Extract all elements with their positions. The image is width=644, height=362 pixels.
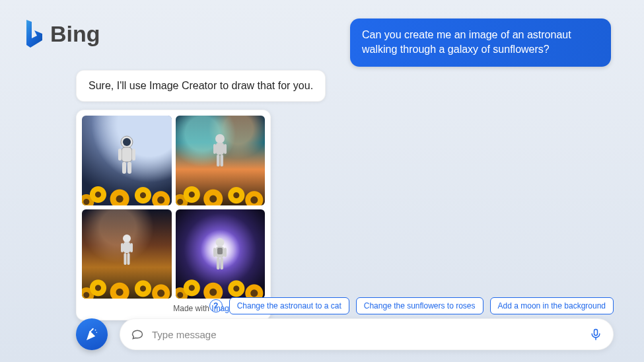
svg-rect-12 bbox=[221, 155, 224, 166]
suggestion-row: ? Change the astronaut to a cat Change t… bbox=[209, 297, 614, 314]
svg-rect-14 bbox=[124, 242, 130, 253]
message-input-container bbox=[120, 318, 614, 350]
svg-point-13 bbox=[123, 235, 131, 242]
svg-rect-10 bbox=[224, 144, 227, 154]
assistant-message-text: Sure, I'll use Image Creator to draw tha… bbox=[89, 80, 313, 91]
generated-image-3[interactable] bbox=[82, 209, 172, 299]
svg-rect-16 bbox=[130, 243, 133, 252]
bing-logo-icon bbox=[22, 18, 45, 49]
svg-rect-3 bbox=[118, 149, 122, 161]
svg-point-26 bbox=[95, 330, 96, 331]
image-grid bbox=[82, 116, 265, 299]
suggestion-chip-1[interactable]: Change the astronaut to a cat bbox=[229, 297, 349, 314]
image-results-card: Made with Image Creator bbox=[76, 110, 271, 320]
attribution-prefix: Made with bbox=[173, 304, 211, 313]
user-message-bubble: Can you create me an image of an astrona… bbox=[350, 18, 611, 67]
chat-icon bbox=[131, 328, 144, 341]
generated-image-1[interactable] bbox=[82, 116, 172, 205]
svg-point-19 bbox=[216, 238, 225, 246]
microphone-icon[interactable] bbox=[589, 327, 602, 342]
broom-icon bbox=[85, 327, 99, 342]
svg-rect-15 bbox=[121, 243, 124, 252]
svg-rect-9 bbox=[213, 144, 216, 154]
user-message-text: Can you create me an image of an astrona… bbox=[362, 29, 571, 55]
svg-rect-22 bbox=[213, 248, 216, 257]
composer bbox=[76, 318, 614, 350]
svg-rect-11 bbox=[217, 155, 220, 166]
help-icon[interactable]: ? bbox=[209, 299, 223, 312]
svg-point-1 bbox=[123, 138, 131, 146]
svg-point-7 bbox=[215, 134, 225, 143]
new-topic-button[interactable] bbox=[76, 318, 108, 350]
generated-image-4[interactable] bbox=[176, 209, 266, 299]
suggestion-chip-3[interactable]: Add a moon in the background bbox=[490, 297, 614, 314]
generated-image-2[interactable] bbox=[176, 116, 266, 205]
svg-point-27 bbox=[96, 332, 97, 333]
svg-rect-23 bbox=[224, 248, 227, 257]
svg-rect-2 bbox=[122, 147, 132, 162]
svg-rect-4 bbox=[132, 149, 135, 161]
svg-rect-8 bbox=[216, 143, 224, 155]
chat-area: Can you create me an image of an astrona… bbox=[76, 18, 618, 296]
svg-rect-21 bbox=[217, 248, 223, 254]
svg-rect-28 bbox=[594, 330, 598, 336]
assistant-message-bubble: Sure, I'll use Image Creator to draw tha… bbox=[76, 70, 326, 102]
suggestion-chip-2[interactable]: Change the sunflowers to roses bbox=[356, 297, 483, 314]
message-input[interactable] bbox=[152, 329, 581, 340]
